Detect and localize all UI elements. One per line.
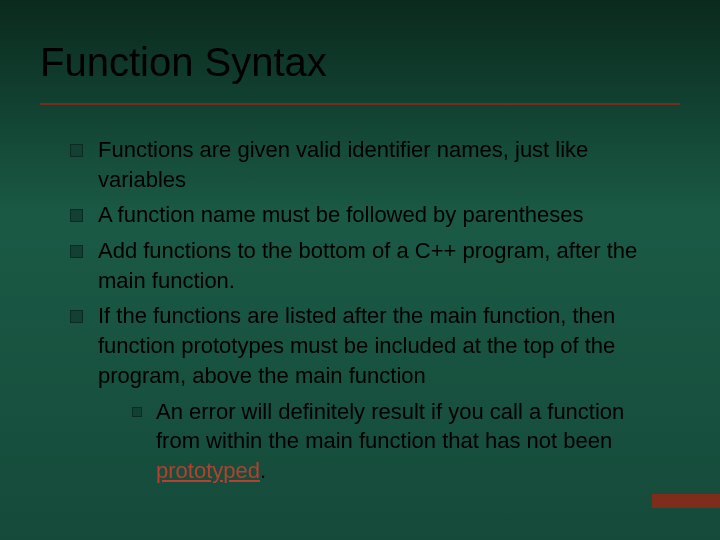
slide-content: Functions are given valid identifier nam… <box>70 135 665 486</box>
footer-accent <box>652 494 720 508</box>
prototyped-link[interactable]: prototyped <box>156 458 260 483</box>
list-item: Functions are given valid identifier nam… <box>70 135 665 194</box>
list-item: Add functions to the bottom of a C++ pro… <box>70 236 665 295</box>
list-item: A function name must be followed by pare… <box>70 200 665 230</box>
bullet-text: If the functions are listed after the ma… <box>98 303 615 387</box>
sub-bullet-list: An error will definitely result if you c… <box>132 397 665 486</box>
bullet-text: Functions are given valid identifier nam… <box>98 137 588 192</box>
slide-title: Function Syntax <box>0 0 720 85</box>
sub-bullet-prefix: An error will definitely result if you c… <box>156 399 624 454</box>
title-divider <box>40 103 680 105</box>
list-item: An error will definitely result if you c… <box>132 397 665 486</box>
bullet-text: Add functions to the bottom of a C++ pro… <box>98 238 637 293</box>
slide: Function Syntax Functions are given vali… <box>0 0 720 540</box>
list-item: If the functions are listed after the ma… <box>70 301 665 485</box>
bullet-text: A function name must be followed by pare… <box>98 202 584 227</box>
sub-bullet-suffix: . <box>260 458 266 483</box>
bullet-list: Functions are given valid identifier nam… <box>70 135 665 486</box>
